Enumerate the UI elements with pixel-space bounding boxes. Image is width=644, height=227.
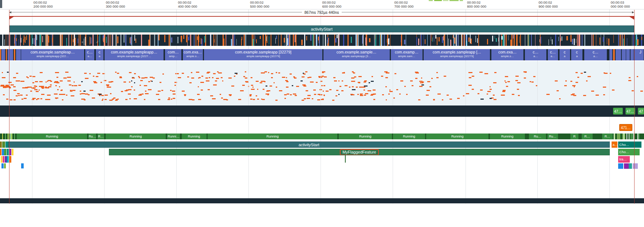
- process-slice[interactable]: c…a…: [85, 49, 94, 60]
- sched-mark: [251, 89, 255, 90]
- track-cpu-activity[interactable]: cJ: [0, 35, 644, 46]
- sched-mark: [218, 72, 222, 73]
- ruler-tick-label: 00:00:02 400 000 000: [178, 1, 197, 8]
- running-slice[interactable]: Running: [182, 134, 207, 139]
- process-slice[interactable]: com.example.sampleapp [32279]ample.sampl…: [204, 49, 322, 60]
- sched-mark: [145, 93, 149, 94]
- selection-boundary-left[interactable]: [9, 10, 9, 204]
- flame-mini-slice[interactable]: [9, 156, 11, 163]
- process-slice[interactable]: ca: [571, 49, 582, 60]
- process-slice[interactable]: ca: [559, 49, 570, 60]
- sched-mark: [162, 73, 164, 75]
- running-slice[interactable]: R…: [582, 134, 593, 139]
- process-slice[interactable]: com.examp…ample.sam…: [391, 49, 423, 60]
- tail-slice[interactable]: a…: [612, 142, 618, 148]
- flame-mini-slice[interactable]: [2, 149, 4, 155]
- cpu-activity-tick: [632, 35, 633, 46]
- selection-flag-right-icon[interactable]: [628, 16, 634, 20]
- flame-mini-slice[interactable]: [2, 142, 5, 148]
- flagged-feature-highlight[interactable]: MyFlaggedFeature: [340, 149, 378, 155]
- flame-mini-slice[interactable]: [1, 156, 2, 163]
- process-slice[interactable]: com…amp…: [165, 49, 182, 60]
- process-slice[interactable]: com.example.sample…ample.sampleapp [3…: [323, 49, 390, 60]
- sched-mark: [518, 95, 520, 96]
- slice-my-flagged-feature[interactable]: MyFlaggedFeature: [109, 149, 610, 155]
- process-slice[interactable]: c…a…: [548, 49, 558, 60]
- tail-mini-slice[interactable]: [633, 163, 638, 169]
- sched-mark: [388, 93, 390, 95]
- flame-mini-slice[interactable]: [1, 163, 3, 168]
- cpu-activity-tick: [520, 35, 521, 46]
- running-slice[interactable]: R…: [602, 134, 613, 139]
- count-badge[interactable]: 47: [638, 108, 644, 115]
- running-slice[interactable]: Ru…: [529, 134, 546, 139]
- tail-mini-slice[interactable]: [618, 163, 623, 169]
- track-scheduling-marks[interactable]: [0, 61, 644, 105]
- flame-mini-slice[interactable]: [12, 149, 13, 155]
- running-slice[interactable]: Running: [393, 134, 425, 139]
- flame-mini-slice[interactable]: [4, 163, 6, 168]
- running-slice[interactable]: Runni…: [167, 134, 180, 139]
- running-slice[interactable]: Running: [426, 134, 488, 139]
- sched-mark: [156, 94, 159, 95]
- count-badge[interactable]: 47…: [613, 108, 623, 115]
- process-slice[interactable]: com.example.sampleap…ample.sampleapp [32…: [21, 49, 84, 60]
- cpu-activity-tick: [287, 38, 288, 45]
- sched-mark: [173, 98, 175, 99]
- process-slice[interactable]: c…a…: [525, 49, 546, 60]
- running-slice[interactable]: R…: [98, 134, 104, 139]
- process-slice[interactable]: com.example.sampleapp […ample.sampleapp …: [424, 49, 490, 60]
- flame-mini-slice[interactable]: [3, 156, 4, 163]
- slice-activity-start-top[interactable]: activityStart: [9, 25, 635, 32]
- flame-mini-slice[interactable]: [4, 149, 6, 155]
- tail-mini-slice[interactable]: [624, 163, 628, 169]
- sched-mark: [305, 71, 307, 72]
- process-slice[interactable]: ca: [96, 49, 103, 60]
- flame-mini-slice[interactable]: [21, 163, 23, 168]
- tail-mini-slice[interactable]: [629, 163, 632, 169]
- flame-mini-slice[interactable]: [5, 142, 8, 148]
- sched-mark: [207, 72, 209, 73]
- count-badge[interactable]: 471…: [619, 124, 632, 131]
- running-slice[interactable]: Ru…: [547, 134, 558, 139]
- process-slice[interactable]: com.exa…ample.s…: [491, 49, 523, 60]
- flame-mini-slice[interactable]: [0, 149, 1, 155]
- selection-flag-left-icon[interactable]: [9, 16, 15, 20]
- cpu-activity-tick: [9, 35, 10, 46]
- running-slice[interactable]: R: [570, 134, 579, 139]
- running-slice[interactable]: Running: [490, 134, 525, 139]
- running-slice[interactable]: Ru…: [89, 134, 96, 139]
- process-slice-sublabel: a: [559, 55, 570, 58]
- running-slice[interactable]: Running: [106, 134, 166, 139]
- running-slice[interactable]: Running: [339, 134, 392, 139]
- sched-mark: [436, 72, 438, 73]
- process-slice[interactable]: com.example.sampleapp…ample.sampleapp [3…: [105, 49, 164, 60]
- running-slice[interactable]: Running: [17, 134, 87, 139]
- sched-mark: [93, 81, 96, 82]
- flame-mini-slice[interactable]: [0, 142, 2, 148]
- running-slice[interactable]: Running: [208, 134, 337, 139]
- tail-slice[interactable]: Cho…: [618, 142, 641, 148]
- sched-mark: [358, 76, 362, 77]
- time-ruler[interactable]: 00:00:02 200 000 00000:00:02 300 000 000…: [0, 0, 644, 9]
- cpu-activity-tick: [2, 35, 3, 46]
- slice-activity-start-bottom[interactable]: activityStart: [8, 142, 610, 148]
- process-slice[interactable]: com.exa…ample.s…: [183, 49, 203, 60]
- sched-mark: [234, 76, 235, 77]
- sched-mark: [557, 90, 559, 91]
- track-thread-state[interactable]: RunningRu…R…RunningRunni…RunningRunningR…: [0, 134, 644, 139]
- flame-mini-slice[interactable]: [7, 156, 9, 163]
- flame-mini-slice[interactable]: [7, 149, 9, 155]
- sched-mark: [2, 77, 5, 78]
- process-slice[interactable]: J: [637, 49, 644, 60]
- running-edge-tick: [5, 134, 6, 139]
- process-slice[interactable]: c…a…: [584, 49, 607, 60]
- tail-slice[interactable]: tra…: [618, 156, 630, 163]
- count-badge[interactable]: 47…: [625, 108, 635, 115]
- track-process-slices[interactable]: com.example.sampleap…ample.sampleapp [32…: [0, 49, 644, 60]
- cpu-activity-tick: [529, 35, 529, 46]
- flame-mini-slice[interactable]: [5, 156, 7, 163]
- selection-boundary-right[interactable]: [634, 10, 635, 204]
- tail-slice[interactable]: Cho…: [618, 149, 639, 155]
- cpu-activity-tick: [52, 38, 53, 43]
